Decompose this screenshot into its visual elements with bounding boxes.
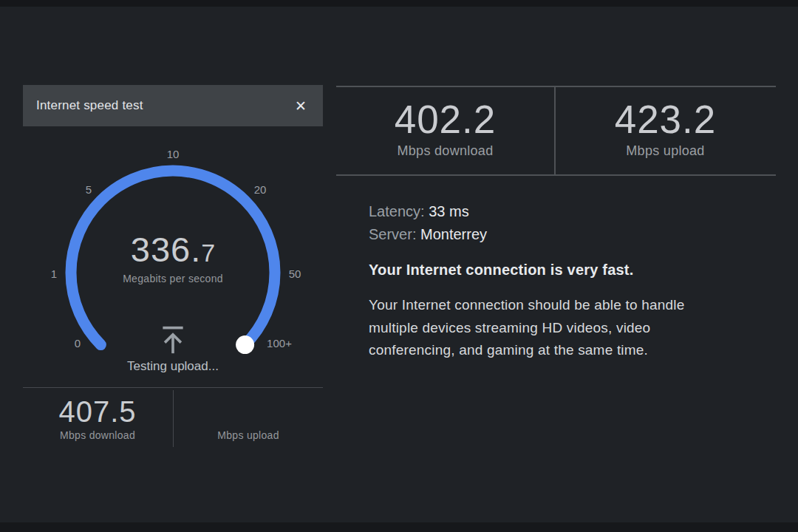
latency-line: Latency: 33 ms <box>369 200 731 223</box>
latency-label: Latency: <box>369 203 425 219</box>
gauge-value-decimal: 7 <box>201 239 215 267</box>
server-value: Monterrey <box>420 226 487 242</box>
mini-upload-stat: Mbps upload <box>174 395 323 441</box>
result-upload-label: Mbps upload <box>556 143 774 159</box>
speed-gauge: 0 1 5 10 20 50 100+ 336.7 Megabits per s… <box>23 140 323 386</box>
close-icon: ✕ <box>295 98 307 115</box>
result-download-label: Mbps download <box>336 143 554 159</box>
upload-arrow-icon <box>158 325 188 355</box>
result-upload-value: 423.2 <box>556 98 774 141</box>
verdict-text: Your Internet connection is very fast. <box>369 262 731 279</box>
result-upload: 423.2 Mbps upload <box>556 98 774 159</box>
close-button[interactable]: ✕ <box>290 95 311 116</box>
gauge-value: 336.7 <box>23 229 323 270</box>
result-download: 402.2 Mbps download <box>336 98 554 159</box>
server-label: Server: <box>369 226 416 242</box>
mini-stats-divider <box>23 387 323 388</box>
gauge-status-text: Testing upload... <box>23 359 323 374</box>
gauge-tick-10: 10 <box>167 148 180 160</box>
results-column-divider <box>554 87 556 174</box>
gauge-tick-0: 0 <box>75 337 81 349</box>
server-line: Server: Monterrey <box>369 223 731 246</box>
mini-download-value: 407.5 <box>23 395 172 428</box>
speed-test-screen: Internet speed test ✕ 0 1 5 10 20 50 100… <box>0 0 798 532</box>
result-download-value: 402.2 <box>336 98 554 141</box>
gauge-tick-20: 20 <box>254 183 267 196</box>
gauge-tick-5: 5 <box>86 183 92 196</box>
connection-details: Latency: 33 ms Server: Monterrey Your In… <box>369 200 731 362</box>
mini-download-label: Mbps download <box>23 429 172 441</box>
dialog-title: Internet speed test <box>36 98 290 113</box>
results-bottom-divider <box>336 174 776 176</box>
mini-upload-label: Mbps upload <box>174 429 323 441</box>
gauge-progress-dot <box>236 335 254 354</box>
results-top-divider <box>336 86 776 87</box>
gauge-tick-100: 100+ <box>267 337 292 349</box>
bottom-letterbox-bar <box>0 522 798 532</box>
speed-test-dialog-header: Internet speed test ✕ <box>23 85 323 126</box>
mini-download-stat: 407.5 Mbps download <box>23 395 172 441</box>
mini-upload-value <box>174 395 323 428</box>
gauge-unit-label: Megabits per second <box>23 273 323 284</box>
description-text: Your Internet connection should be able … <box>369 294 722 362</box>
gauge-value-integer: 336. <box>131 229 201 270</box>
latency-value: 33 ms <box>429 203 468 219</box>
top-letterbox-bar <box>0 0 798 7</box>
